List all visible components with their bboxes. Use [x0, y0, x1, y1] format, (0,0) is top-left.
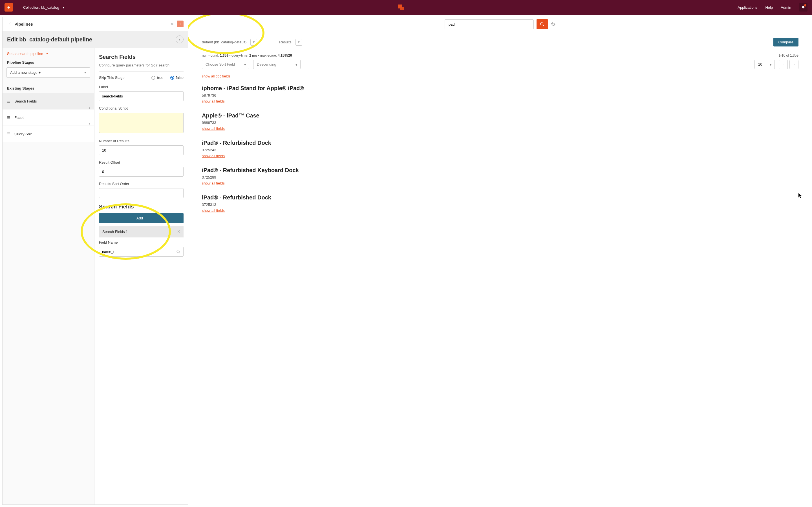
external-link-icon — [45, 52, 49, 55]
direction-label: Descending — [257, 62, 276, 66]
result-id: 3725243 — [202, 148, 799, 152]
maxscore-label: max-score: — [260, 54, 277, 57]
app-logo-icon — [398, 4, 405, 11]
remove-field-button[interactable]: × — [177, 229, 180, 235]
offset-label: Result Offset — [99, 160, 184, 165]
stage-query-solr[interactable]: ☰ Query Solr — [3, 126, 94, 142]
numfound-label: num-found: — [202, 54, 219, 57]
svg-point-4 — [541, 22, 543, 25]
show-all-doc-fields-link[interactable]: show all doc fields — [202, 74, 231, 78]
add-search-field-button[interactable]: Add + — [99, 213, 184, 223]
search-result: iPad® - Refurbished Keyboard Dock3725289… — [202, 167, 799, 185]
chevron-left-icon: ‹ — [179, 38, 180, 42]
existing-stages-title: Existing Stages — [3, 83, 94, 93]
skip-true-radio[interactable]: true — [151, 75, 163, 80]
search-field-1-label: Search Fields 1 — [102, 230, 128, 234]
prev-page-button[interactable]: ‹ — [779, 60, 788, 69]
stage-config: Search Fields Configure query parameters… — [94, 48, 188, 504]
skip-label: Skip This Stage — [99, 75, 124, 80]
set-search-pipeline-link[interactable]: Set as search pipeline — [3, 48, 94, 58]
skip-false-radio[interactable]: false — [170, 75, 184, 80]
compare-button[interactable]: Compare — [773, 38, 799, 47]
pipeline-stages-title: Pipeline Stages — [3, 58, 94, 67]
collapse-button[interactable]: ‹ — [175, 36, 184, 43]
panel-title: Pipelines — [14, 22, 170, 26]
result-title: Apple® - iPad™ Case — [202, 112, 799, 119]
result-title: iphome - iPad Stand for Apple® iPad® — [202, 85, 799, 92]
results-dropdown[interactable]: ▼ — [296, 39, 302, 46]
search-field-1-header[interactable]: Search Fields 1 × — [99, 226, 184, 237]
radio-false-label: false — [176, 75, 184, 80]
edit-title: Edit bb_catalog-default pipeline — [7, 36, 92, 43]
global-add-button[interactable]: + — [4, 3, 13, 11]
sort-field-select[interactable]: Choose Sort Field — [202, 60, 249, 69]
conditional-script-input[interactable] — [99, 113, 184, 133]
radio-icon — [151, 76, 155, 80]
collection-selector[interactable]: Collection: bb_catalog ▼ — [23, 5, 65, 10]
pipeline-panel: 〈 Pipelines × + Edit bb_catalog-default … — [2, 17, 188, 505]
label-input[interactable] — [99, 91, 184, 101]
chevron-left-icon: ‹ — [783, 62, 784, 66]
search-button[interactable] — [537, 19, 548, 29]
stage-label: Search Fields — [14, 99, 37, 103]
edit-bar: Edit bb_catalog-default pipeline ‹ — [3, 31, 188, 48]
sort-input[interactable] — [99, 188, 184, 198]
show-all-fields-link[interactable]: show all fields — [202, 209, 225, 213]
show-all-fields-link[interactable]: show all fields — [202, 181, 225, 185]
result-id: 3725289 — [202, 175, 799, 179]
bell-icon — [801, 5, 805, 9]
search-input[interactable] — [445, 19, 534, 29]
sort-direction-select[interactable]: Descending — [253, 60, 301, 69]
search-icon — [540, 22, 545, 26]
label-label: Label — [99, 85, 184, 89]
compare-row: default (bb_catalog-default) ▼ Results ▼… — [202, 34, 799, 50]
panel-close-button[interactable]: × — [170, 21, 174, 27]
result-range: 1-10 of 1,359 — [778, 54, 799, 57]
search-icon[interactable] — [176, 249, 181, 254]
drag-handle-icon[interactable]: ☰ — [7, 99, 10, 103]
search-result: iPad® - Refurbished Dock3725243show all … — [202, 140, 799, 158]
config-heading: Search Fields — [99, 54, 184, 60]
nav-help[interactable]: Help — [765, 5, 773, 10]
page-size-select[interactable]: 10 — [755, 60, 775, 69]
pagesize-value: 10 — [758, 62, 762, 66]
drag-handle-icon[interactable]: ☰ — [7, 115, 10, 120]
search-settings-button[interactable] — [551, 22, 556, 27]
next-page-button[interactable]: › — [790, 60, 799, 69]
querytime-label: query-time: — [232, 54, 248, 57]
nav-applications[interactable]: Applications — [738, 5, 757, 10]
panel-add-button[interactable]: + — [177, 20, 184, 27]
fieldname-input[interactable] — [99, 247, 184, 257]
add-stage-select[interactable]: Add a new stage + ▼ — [6, 67, 90, 78]
offset-input[interactable] — [99, 167, 184, 177]
svg-point-2 — [177, 250, 179, 252]
stage-search-fields[interactable]: ☰ Search Fields — [3, 93, 94, 109]
drag-handle-icon[interactable]: ☰ — [7, 132, 10, 136]
results-label: Results — [279, 40, 291, 44]
search-fields-heading: Search Fields — [99, 204, 184, 210]
show-all-fields-link[interactable]: show all fields — [202, 99, 225, 103]
result-title: iPad® - Refurbished Dock — [202, 194, 799, 201]
top-bar: + Collection: bb_catalog ▼ Applications … — [0, 0, 812, 15]
nav-admin[interactable]: Admin — [781, 5, 791, 10]
back-button[interactable]: 〈 — [7, 21, 11, 26]
radio-checked-icon — [170, 76, 174, 80]
search-result: iPad® - Refurbished Dock3725313show all … — [202, 194, 799, 213]
cond-label: Conditional Script — [99, 106, 184, 110]
add-stage-placeholder: Add a new stage + — [10, 70, 41, 75]
show-all-fields-link[interactable]: show all fields — [202, 126, 225, 131]
svg-rect-1 — [400, 7, 404, 10]
gear-icon — [551, 22, 556, 27]
pipeline-dropdown[interactable]: ▼ — [250, 39, 257, 46]
stage-facet[interactable]: ☰ Facet — [3, 110, 94, 125]
notifications-button[interactable] — [799, 3, 808, 11]
chevron-right-icon: › — [794, 62, 795, 66]
panel-header: 〈 Pipelines × + — [3, 17, 188, 31]
svg-line-3 — [179, 252, 180, 253]
show-all-fields-link[interactable]: show all fields — [202, 154, 225, 158]
result-title: iPad® - Refurbished Keyboard Dock — [202, 167, 799, 173]
chevron-down-icon: ▼ — [84, 71, 87, 74]
results-panel: default (bb_catalog-default) ▼ Results ▼… — [188, 15, 812, 507]
search-result: iphome - iPad Stand for Apple® iPad®5879… — [202, 85, 799, 103]
numresults-input[interactable] — [99, 145, 184, 155]
